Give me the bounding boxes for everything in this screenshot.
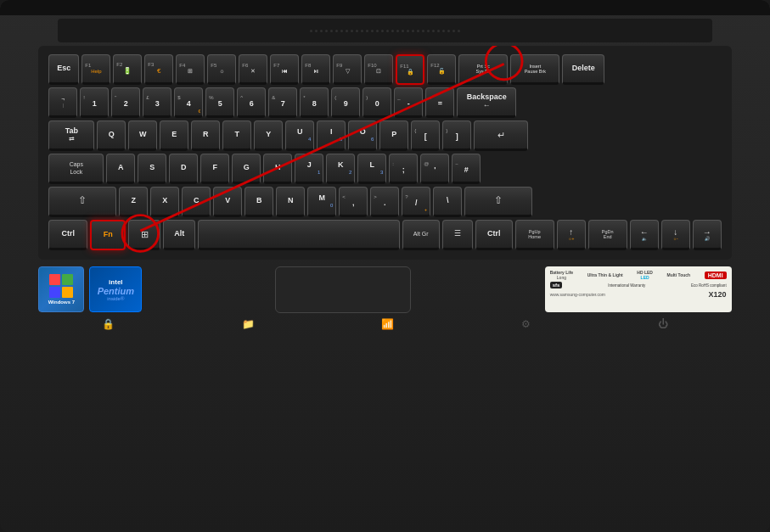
windows-logo	[49, 274, 73, 298]
key-8[interactable]: *8	[300, 87, 329, 118]
key-v[interactable]: V	[213, 187, 242, 217]
key-p[interactable]: P	[379, 120, 408, 151]
key-h[interactable]: H	[263, 154, 292, 184]
key-j[interactable]: J1	[295, 154, 323, 184]
key-equals[interactable]: +=	[425, 87, 454, 118]
key-6[interactable]: ^6	[237, 87, 266, 118]
key-f9[interactable]: F9▽	[333, 54, 362, 85]
warranty-text: International Warranty	[608, 283, 645, 288]
info-row-1: Battery Life Long Ultra Thin & Light HD …	[550, 270, 727, 280]
key-up[interactable]: ↑☼+	[557, 220, 586, 250]
key-comma[interactable]: <,	[339, 187, 368, 217]
touchpad[interactable]	[275, 266, 411, 313]
key-l[interactable]: L3	[357, 154, 386, 184]
key-down[interactable]: ↓☼-	[661, 220, 690, 250]
key-o[interactable]: O6	[348, 120, 377, 151]
key-left[interactable]: ←🔈	[630, 220, 659, 250]
key-g[interactable]: G	[232, 154, 261, 184]
key-4[interactable]: $4€	[174, 87, 203, 118]
key-f7[interactable]: F7⏮	[270, 54, 299, 85]
key-z[interactable]: Z	[119, 187, 148, 217]
key-right[interactable]: →🔊	[693, 220, 722, 250]
key-2[interactable]: "2	[111, 87, 140, 118]
key-m[interactable]: M0	[307, 187, 336, 217]
key-f8[interactable]: F8⏯	[301, 54, 330, 85]
key-r[interactable]: R	[191, 120, 220, 151]
wifi-icon: 📶	[381, 318, 394, 330]
key-w[interactable]: W	[128, 120, 157, 151]
key-5[interactable]: %5	[205, 87, 234, 118]
key-d[interactable]: D	[169, 154, 198, 184]
windows7-badge: Windows 7	[38, 266, 84, 312]
key-7[interactable]: &7	[268, 87, 297, 118]
key-shift-left[interactable]: ⇧	[48, 187, 116, 217]
key-esc[interactable]: Esc	[48, 54, 79, 85]
key-s[interactable]: S	[138, 154, 166, 184]
key-x[interactable]: X	[150, 187, 179, 217]
key-n[interactable]: N	[276, 187, 305, 217]
key-f12[interactable]: F12🔓	[427, 54, 456, 85]
key-quote[interactable]: @'	[420, 154, 449, 184]
key-y[interactable]: Y	[254, 120, 283, 151]
key-alt-left[interactable]: Alt	[163, 220, 195, 250]
key-caps-lock[interactable]: CapsLock	[48, 154, 104, 184]
key-pgdn[interactable]: PgDnEnd	[588, 220, 627, 250]
key-lbracket[interactable]: {[	[411, 120, 440, 151]
key-f1[interactable]: F1Help	[81, 54, 110, 85]
key-backtick[interactable]: ¬|	[48, 87, 77, 118]
key-f10[interactable]: F10⊡	[364, 54, 393, 85]
key-f3[interactable]: F3€	[144, 54, 173, 85]
key-slash[interactable]: ?/+	[402, 187, 430, 217]
key-f2[interactable]: F2🔋	[113, 54, 142, 85]
key-pgup[interactable]: PgUpHome	[515, 220, 554, 250]
settings-icon: ⚙	[521, 318, 531, 330]
key-enter[interactable]: ↵	[474, 120, 528, 151]
key-shift-right[interactable]: ⇧	[464, 187, 532, 217]
key-hash[interactable]: ~#	[452, 154, 481, 184]
key-a[interactable]: A	[106, 154, 135, 184]
key-f11[interactable]: F11🔒	[396, 54, 424, 85]
intel-badge: intel Pentium inside®	[89, 266, 142, 312]
key-fn[interactable]: Fn	[90, 220, 126, 250]
key-f4[interactable]: F4⊞	[176, 54, 205, 85]
key-backspace[interactable]: Backspace←	[457, 87, 516, 118]
key-k[interactable]: K2	[326, 154, 355, 184]
key-rbracket[interactable]: }]	[442, 120, 471, 151]
key-9[interactable]: (9	[331, 87, 360, 118]
key-menu[interactable]: ☰	[442, 220, 473, 250]
folder-icon: 📁	[242, 318, 255, 330]
key-space[interactable]	[198, 220, 399, 250]
fn-key-row: Esc F1Help F2🔋 F3€ F4⊞ F5☼ F6✕ F7⏮ F8⏯ F…	[48, 54, 721, 85]
key-ctrl-left[interactable]: Ctrl	[48, 220, 87, 250]
lock-icon: 🔒	[102, 318, 115, 330]
key-prtsc[interactable]: Prt ScSys Rq	[458, 54, 508, 85]
key-e[interactable]: E	[160, 120, 188, 151]
key-1[interactable]: !1	[80, 87, 109, 118]
home-key-row: CapsLock A S D F G H J1 K2 L3 :; @' ~#	[48, 154, 721, 184]
key-period[interactable]: >.	[370, 187, 399, 217]
key-tab[interactable]: Tab⇄	[48, 120, 94, 151]
key-b[interactable]: B	[244, 187, 273, 217]
key-delete[interactable]: Delete	[562, 54, 604, 85]
intel-inside-label: inside®	[107, 296, 124, 301]
key-i[interactable]: I5	[317, 120, 346, 151]
key-backslash[interactable]: \	[433, 187, 462, 217]
key-f[interactable]: F	[200, 154, 229, 184]
key-alt-gr[interactable]: Alt Gr	[402, 220, 440, 250]
key-insert[interactable]: InsertPause Brk	[510, 54, 559, 85]
key-semicolon[interactable]: :;	[389, 154, 418, 184]
key-ctrl-right[interactable]: Ctrl	[475, 220, 513, 250]
key-f5[interactable]: F5☼	[207, 54, 236, 85]
power-icon: ⏻	[658, 318, 668, 330]
key-f6[interactable]: F6✕	[239, 54, 267, 85]
key-t[interactable]: T	[222, 120, 251, 151]
key-3[interactable]: £3	[143, 87, 171, 118]
top-bar	[0, 0, 770, 15]
bottom-icons: 🔒 📁 📶 ⚙ ⏻	[38, 318, 731, 333]
key-q[interactable]: Q	[97, 120, 126, 151]
key-minus[interactable]: _-	[394, 87, 423, 118]
key-u[interactable]: U4	[285, 120, 314, 151]
key-0[interactable]: )0	[363, 87, 391, 118]
key-c[interactable]: C	[182, 187, 211, 217]
key-windows[interactable]: ⊞	[128, 220, 160, 250]
